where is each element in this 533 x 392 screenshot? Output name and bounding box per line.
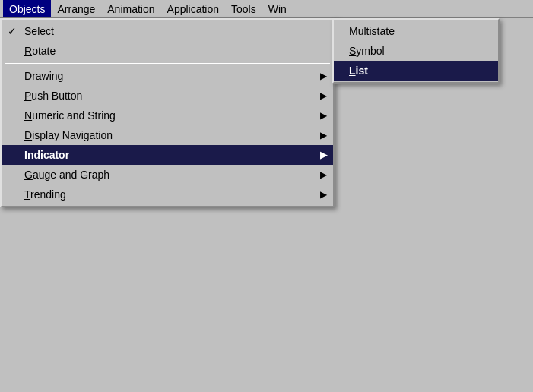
menu-application[interactable]: Application bbox=[161, 0, 226, 17]
pushbutton-label: Push Button bbox=[24, 90, 82, 102]
menu-animation[interactable]: Animation bbox=[101, 0, 160, 17]
menu-item-rotate[interactable]: Rotate bbox=[2, 41, 333, 61]
menu-item-numeric[interactable]: Numeric and String ▶ bbox=[2, 106, 333, 125]
multistate-label: Multistate bbox=[349, 25, 395, 37]
display-nav-label: Display Navigation bbox=[24, 129, 113, 141]
menu-tools[interactable]: Tools bbox=[225, 0, 262, 17]
menu-item-drawing[interactable]: Drawing ▶ bbox=[2, 66, 333, 86]
indicator-label: Indicator bbox=[24, 149, 69, 161]
menu-item-trending[interactable]: Trending ▶ bbox=[2, 185, 333, 204]
menu-animation-label: Animation bbox=[107, 3, 154, 15]
rotate-label: Rotate bbox=[24, 45, 56, 57]
gauge-label: Gauge and Graph bbox=[24, 169, 109, 181]
menu-item-gauge[interactable]: Gauge and Graph ▶ bbox=[2, 165, 333, 185]
pushbutton-arrow: ▶ bbox=[320, 90, 327, 101]
list-label: List bbox=[349, 65, 368, 77]
menu-application-label: Application bbox=[167, 3, 220, 15]
menu-item-display-nav[interactable]: Display Navigation ▶ bbox=[2, 125, 333, 145]
menu-item-indicator[interactable]: Indicator ▶ bbox=[2, 145, 333, 165]
menu-tools-label: Tools bbox=[231, 3, 256, 15]
submenu-item-symbol[interactable]: Symbol bbox=[334, 41, 498, 61]
display-nav-arrow: ▶ bbox=[320, 130, 327, 141]
symbol-label: Symbol bbox=[349, 45, 385, 57]
trending-label: Trending bbox=[24, 188, 66, 201]
numeric-label: Numeric and String bbox=[24, 109, 116, 122]
trending-arrow: ▶ bbox=[320, 189, 327, 200]
indicator-submenu: Multistate Symbol List bbox=[332, 18, 500, 84]
select-label: Select bbox=[24, 25, 54, 37]
menu-item-select[interactable]: ✓ Select bbox=[2, 21, 333, 41]
menu-win[interactable]: Win bbox=[262, 0, 293, 17]
select-checkmark: ✓ bbox=[8, 25, 17, 37]
gauge-arrow: ▶ bbox=[320, 169, 327, 180]
menu-arrange-label: Arrange bbox=[57, 3, 95, 15]
menu-arrange[interactable]: Arrange bbox=[51, 0, 101, 17]
menubar: Objects Arrange Animation Application To… bbox=[0, 0, 533, 18]
objects-menu: ✓ Select Rotate Drawing ▶ Push Button ▶ … bbox=[0, 18, 335, 207]
indicator-arrow: ▶ bbox=[320, 150, 327, 160]
menu-objects-label: Objects bbox=[9, 3, 45, 15]
drawing-label: Drawing bbox=[24, 70, 63, 82]
divider-1 bbox=[5, 63, 330, 64]
numeric-arrow: ▶ bbox=[320, 110, 327, 121]
drawing-arrow: ▶ bbox=[320, 71, 327, 81]
submenu-item-list[interactable]: List bbox=[334, 61, 498, 81]
menu-win-label: Win bbox=[268, 3, 287, 15]
menu-objects[interactable]: Objects bbox=[3, 0, 51, 17]
menu-item-pushbutton[interactable]: Push Button ▶ bbox=[2, 86, 333, 106]
submenu-item-multistate[interactable]: Multistate bbox=[334, 21, 498, 41]
